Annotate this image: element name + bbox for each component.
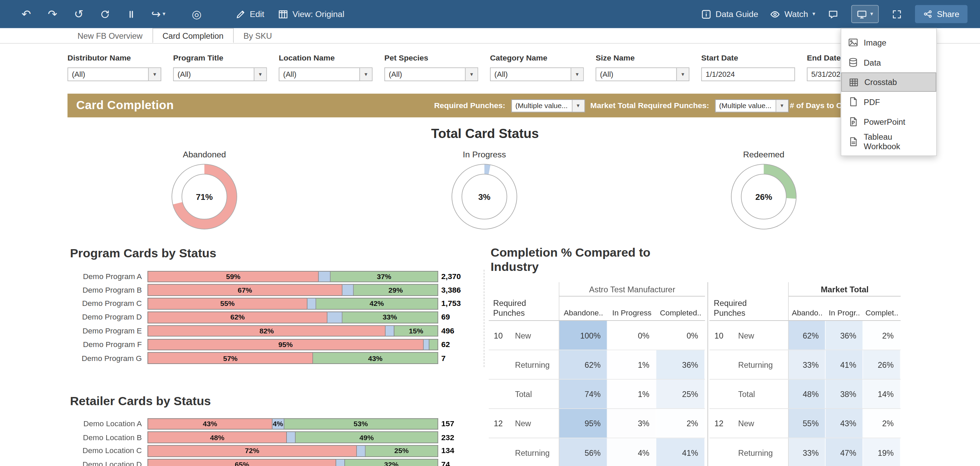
data-guide-button[interactable]: Data Guide (701, 9, 759, 19)
value-cell[interactable]: 74% (559, 380, 608, 408)
bar-segment-in-progress[interactable] (424, 339, 430, 350)
bar-category-label[interactable]: Demo Program G (67, 354, 147, 363)
value-cell[interactable]: 47% (826, 438, 863, 466)
fullscreen-icon[interactable] (891, 7, 903, 21)
bar-segment-redeemed[interactable]: 37% (331, 271, 438, 282)
filter-dropdown[interactable]: (All)▾ (385, 67, 479, 81)
dropdown-caret-icon[interactable]: ▾ (676, 68, 689, 81)
bar-segment-redeemed[interactable]: 43% (313, 352, 438, 364)
pause-icon[interactable] (125, 7, 137, 21)
column-header[interactable]: In Progr.. (826, 296, 863, 320)
value-cell[interactable]: 2% (863, 321, 901, 349)
bar-segment-redeemed[interactable]: 49% (296, 432, 438, 443)
watch-button[interactable]: Watch ▾ (770, 9, 815, 19)
group-cell[interactable]: New (738, 321, 788, 349)
bar-segment-abandoned[interactable]: 59% (147, 271, 319, 282)
value-cell[interactable]: 100% (559, 321, 608, 349)
group-cell[interactable]: Returning (515, 350, 559, 379)
bar-category-label[interactable]: Demo Program E (67, 327, 147, 336)
value-cell[interactable]: 62% (788, 321, 826, 349)
dropdown-caret-icon[interactable]: ▾ (571, 68, 583, 81)
value-cell[interactable]: 0% (656, 321, 705, 349)
filter-dropdown[interactable]: (All)▾ (279, 67, 372, 81)
value-cell[interactable]: 62% (559, 350, 608, 379)
dropdown-caret-icon[interactable]: ▾ (465, 68, 478, 81)
bar-segment-redeemed[interactable]: 15% (395, 325, 438, 337)
column-header[interactable]: Completed.. (656, 296, 705, 320)
value-cell[interactable]: 14% (863, 380, 901, 408)
bar-segment-abandoned[interactable]: 95% (147, 339, 423, 350)
undo-icon[interactable]: ↶ (20, 7, 33, 21)
dropdown-caret-icon[interactable]: ▾ (572, 100, 584, 111)
bar-segment-in-progress[interactable] (287, 432, 296, 443)
tab-by-sku[interactable]: By SKU (234, 28, 282, 43)
menu-item-powerpoint[interactable]: PowerPoint (841, 112, 936, 132)
filter-dropdown[interactable]: (All)▾ (595, 67, 689, 81)
value-cell[interactable]: 48% (788, 380, 826, 408)
value-cell[interactable]: 38% (826, 380, 863, 408)
value-cell[interactable]: 33% (788, 438, 826, 466)
value-cell[interactable]: 26% (863, 350, 901, 379)
bar-segment-in-progress[interactable] (386, 325, 395, 337)
value-cell[interactable]: 1% (608, 350, 656, 379)
bar-segment-redeemed[interactable] (430, 339, 438, 350)
bar-segment-abandoned[interactable]: 67% (147, 284, 342, 296)
dropdown-caret-icon[interactable]: ▾ (360, 68, 372, 81)
value-cell[interactable]: 55% (788, 409, 826, 437)
value-cell[interactable]: 19% (863, 438, 901, 466)
bar-category-label[interactable]: Demo Program D (67, 313, 147, 322)
download-button[interactable]: ▾ (851, 5, 878, 23)
bar-segment-in-progress[interactable] (307, 298, 316, 310)
bar-segment-abandoned[interactable]: 55% (147, 298, 307, 310)
value-cell[interactable]: 56% (559, 438, 608, 466)
bar-segment-abandoned[interactable]: 43% (147, 418, 272, 430)
group-cell[interactable]: New (515, 409, 559, 437)
bar-segment-abandoned[interactable]: 65% (147, 459, 336, 466)
bar-segment-redeemed[interactable]: 42% (316, 298, 438, 310)
value-cell[interactable]: 95% (559, 409, 608, 437)
banner-param-dropdown[interactable]: (Multiple value...▾ (714, 99, 788, 112)
value-cell[interactable]: 4% (608, 438, 656, 466)
value-cell[interactable]: 2% (863, 409, 901, 437)
tab-card-completion[interactable]: Card Completion (153, 28, 234, 43)
value-cell[interactable]: 41% (656, 438, 705, 466)
bar-segment-in-progress[interactable] (337, 459, 345, 466)
bar-segment-in-progress[interactable]: 4% (272, 418, 284, 430)
dropdown-caret-icon[interactable]: ▾ (254, 68, 266, 81)
value-cell[interactable]: 3% (608, 409, 656, 437)
group-cell[interactable]: Total (738, 380, 788, 408)
bar-segment-in-progress[interactable] (342, 284, 354, 296)
group-cell[interactable]: New (738, 409, 788, 437)
menu-item-crosstab[interactable]: Crosstab (841, 72, 936, 92)
share-button[interactable]: Share (915, 5, 967, 23)
bar-category-label[interactable]: Demo Location A (67, 419, 147, 428)
edit-button[interactable]: Edit (235, 9, 264, 19)
group-cell[interactable]: Returning (738, 438, 788, 466)
dropdown-caret-icon[interactable]: ▾ (148, 68, 161, 81)
donut-chart[interactable]: 71% (142, 163, 267, 232)
donut-chart[interactable]: 26% (701, 163, 826, 232)
value-cell[interactable]: 33% (788, 350, 826, 379)
refresh-icon[interactable] (99, 7, 111, 21)
value-cell[interactable]: 36% (656, 350, 705, 379)
bar-category-label[interactable]: Demo Location C (67, 447, 147, 455)
menu-item-tableau-workbook[interactable]: Tableau Workbook (841, 132, 936, 152)
banner-param-dropdown[interactable]: (Multiple value...▾ (511, 99, 585, 112)
bar-segment-abandoned[interactable]: 48% (147, 432, 287, 443)
forward-control[interactable]: ↪ ▾ (151, 8, 165, 20)
value-cell[interactable]: 36% (826, 321, 863, 349)
target-icon[interactable]: ◎ (191, 7, 203, 21)
column-header[interactable]: Abando.. (788, 296, 826, 320)
filter-dropdown[interactable]: (All)▾ (490, 67, 584, 81)
group-cell[interactable]: Returning (738, 350, 788, 379)
bar-category-label[interactable]: Demo Program A (67, 272, 147, 281)
dropdown-caret-icon[interactable]: ▾ (775, 100, 788, 111)
column-header[interactable]: In Progress (608, 296, 656, 320)
bar-segment-in-progress[interactable] (319, 271, 331, 282)
value-cell[interactable]: 43% (826, 409, 863, 437)
bar-category-label[interactable]: Demo Program B (67, 286, 147, 295)
bar-segment-in-progress[interactable] (356, 445, 366, 457)
comment-icon[interactable] (827, 7, 840, 21)
menu-item-image[interactable]: Image (841, 33, 936, 53)
bar-segment-redeemed[interactable]: 25% (366, 445, 438, 457)
